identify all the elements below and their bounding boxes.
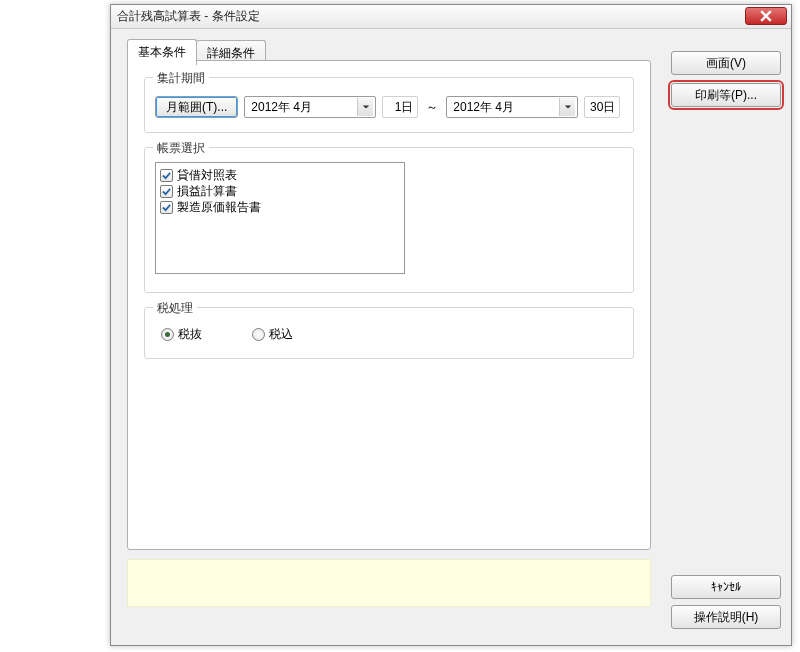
checkbox-icon[interactable] xyxy=(160,201,173,214)
right-button-column: 画面(V) 印刷等(P)... xyxy=(671,51,781,115)
to-month-value: 2012年 4月 xyxy=(453,99,553,116)
tax-option-label: 税抜 xyxy=(178,326,202,343)
month-range-button-label: 月範囲(T)... xyxy=(166,99,227,115)
close-icon xyxy=(760,10,772,22)
tab-detail-label: 詳細条件 xyxy=(207,46,255,60)
client-area: 基本条件 詳細条件 集計期間 月範囲(T)... 2012年 4月 xyxy=(111,29,791,645)
month-range-button[interactable]: 月範囲(T)... xyxy=(155,96,238,118)
tax-option-excluded[interactable]: 税抜 xyxy=(161,326,202,343)
from-month-value: 2012年 4月 xyxy=(251,99,351,116)
close-button[interactable] xyxy=(745,7,787,25)
report-item[interactable]: 製造原価報告書 xyxy=(160,199,400,215)
checkbox-icon[interactable] xyxy=(160,185,173,198)
tax-row: 税抜 税込 xyxy=(161,326,293,343)
titlebar: 合計残高試算表 - 条件設定 xyxy=(111,5,791,29)
group-period-legend: 集計期間 xyxy=(153,70,209,87)
chevron-down-icon xyxy=(357,98,373,116)
report-item[interactable]: 損益計算書 xyxy=(160,183,400,199)
tab-panel-basic: 集計期間 月範囲(T)... 2012年 4月 1日 ～ 2012年 4月 xyxy=(127,60,651,550)
tab-basic-label: 基本条件 xyxy=(138,45,186,59)
chevron-down-icon xyxy=(559,98,575,116)
cancel-button[interactable]: ｷｬﾝｾﾙ xyxy=(671,575,781,599)
report-item-label: 貸借対照表 xyxy=(177,167,237,184)
report-item-label: 損益計算書 xyxy=(177,183,237,200)
checkbox-icon[interactable] xyxy=(160,169,173,182)
group-period: 集計期間 月範囲(T)... 2012年 4月 1日 ～ 2012年 4月 xyxy=(144,77,634,133)
help-button[interactable]: 操作説明(H) xyxy=(671,605,781,629)
radio-icon xyxy=(161,328,174,341)
tab-basic[interactable]: 基本条件 xyxy=(127,39,197,65)
window-title: 合計残高試算表 - 条件設定 xyxy=(117,8,260,25)
print-button[interactable]: 印刷等(P)... xyxy=(671,83,781,107)
group-tax-legend: 税処理 xyxy=(153,300,197,317)
period-row: 月範囲(T)... 2012年 4月 1日 ～ 2012年 4月 xyxy=(155,96,620,118)
range-separator: ～ xyxy=(424,99,440,116)
to-day-value: 30日 xyxy=(590,99,615,116)
group-report: 帳票選択 貸借対照表 損益計算書 製造原価報告書 xyxy=(144,147,634,293)
tax-option-label: 税込 xyxy=(269,326,293,343)
screen-button-label: 画面(V) xyxy=(706,55,746,71)
radio-icon xyxy=(252,328,265,341)
screen-button[interactable]: 画面(V) xyxy=(671,51,781,75)
group-report-legend: 帳票選択 xyxy=(153,140,209,157)
info-area xyxy=(127,559,651,607)
from-day-value: 1日 xyxy=(395,99,414,116)
report-listbox[interactable]: 貸借対照表 損益計算書 製造原価報告書 xyxy=(155,162,405,274)
bottom-right-buttons: ｷｬﾝｾﾙ 操作説明(H) xyxy=(671,575,781,635)
from-month-combo[interactable]: 2012年 4月 xyxy=(244,96,376,118)
report-item[interactable]: 貸借対照表 xyxy=(160,167,400,183)
tax-option-included[interactable]: 税込 xyxy=(252,326,293,343)
to-month-combo[interactable]: 2012年 4月 xyxy=(446,96,578,118)
report-item-label: 製造原価報告書 xyxy=(177,199,261,216)
group-tax: 税処理 税抜 税込 xyxy=(144,307,634,359)
cancel-button-label: ｷｬﾝｾﾙ xyxy=(711,579,741,595)
print-button-label: 印刷等(P)... xyxy=(695,87,757,103)
help-button-label: 操作説明(H) xyxy=(694,609,759,625)
to-day-field[interactable]: 30日 xyxy=(584,96,620,118)
dialog-window: 合計残高試算表 - 条件設定 基本条件 詳細条件 集計期間 月範囲(T)... xyxy=(110,4,792,646)
from-day-field[interactable]: 1日 xyxy=(382,96,418,118)
